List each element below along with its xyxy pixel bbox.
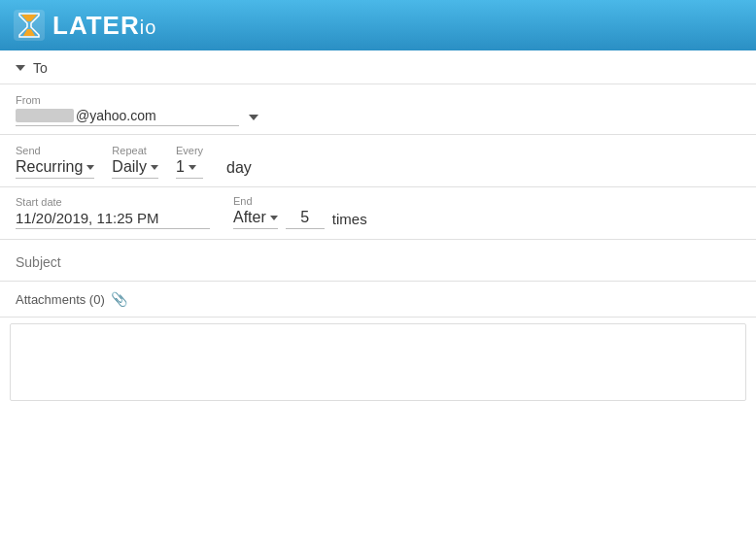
from-label: From	[16, 94, 740, 106]
to-section: To	[0, 50, 756, 84]
send-dropdown-icon	[86, 165, 94, 170]
end-number-value: 5	[300, 209, 309, 225]
send-label: Send	[16, 145, 94, 156]
end-number-box[interactable]: 5	[286, 209, 325, 229]
repeat-label: Repeat	[112, 145, 158, 156]
every-label: Every	[176, 145, 203, 156]
repeat-dropdown-icon	[151, 165, 158, 170]
end-select-value: After	[233, 209, 266, 226]
from-email-blurred	[16, 109, 74, 122]
from-email-suffix: @yahoo.com	[76, 108, 156, 123]
attachments-label: Attachments (0)	[16, 292, 105, 307]
send-value: Recurring	[16, 158, 83, 176]
dates-section: Start date 11/20/2019, 11:25 PM End Afte…	[0, 187, 756, 240]
times-label: times	[332, 211, 367, 229]
end-row: After 5 times	[233, 209, 367, 229]
start-date-field: Start date 11/20/2019, 11:25 PM	[16, 196, 210, 229]
logo-main: LATER	[52, 11, 140, 41]
every-dropdown-icon	[189, 165, 196, 170]
logo-sub: io	[140, 17, 157, 39]
every-value: 1	[176, 158, 185, 176]
repeat-field-group: Repeat Daily	[112, 145, 158, 179]
from-dropdown-arrow-icon[interactable]	[249, 115, 258, 120]
subject-section[interactable]	[0, 240, 756, 282]
from-section: From @yahoo.com	[0, 84, 756, 135]
end-label: End	[233, 195, 367, 207]
send-select-row[interactable]: Recurring	[16, 158, 94, 179]
from-row: @yahoo.com	[16, 108, 740, 126]
logo: LATERio	[14, 10, 156, 41]
app-header: LATERio	[0, 0, 756, 50]
end-select-box[interactable]: After	[233, 209, 278, 229]
email-body-area[interactable]	[10, 323, 746, 401]
paperclip-icon[interactable]: 📎	[111, 291, 127, 307]
recurring-row: Send Recurring Repeat Daily Every 1	[16, 145, 740, 179]
every-field-group: Every 1	[176, 145, 203, 179]
hourglass-icon	[14, 10, 45, 41]
repeat-value: Daily	[112, 158, 147, 176]
main-content: To From @yahoo.com Send Recurring	[0, 50, 756, 535]
subject-input[interactable]	[16, 254, 740, 270]
dates-row: Start date 11/20/2019, 11:25 PM End Afte…	[16, 195, 740, 229]
every-select-row[interactable]: 1	[176, 158, 203, 179]
attachments-section: Attachments (0) 📎	[0, 282, 756, 318]
repeat-select-row[interactable]: Daily	[112, 158, 158, 179]
svg-rect-0	[14, 10, 45, 41]
logo-text: LATERio	[52, 11, 156, 41]
send-field-group: Send Recurring	[16, 145, 94, 179]
end-field: End After 5 times	[233, 195, 367, 229]
from-email-box[interactable]: @yahoo.com	[16, 108, 239, 126]
to-chevron-icon[interactable]	[16, 65, 25, 71]
start-date-value[interactable]: 11/20/2019, 11:25 PM	[16, 210, 210, 229]
end-dropdown-icon	[270, 216, 278, 220]
to-label: To	[33, 60, 48, 76]
recurring-section: Send Recurring Repeat Daily Every 1	[0, 135, 756, 187]
start-date-label: Start date	[16, 196, 210, 208]
every-unit-label: day	[226, 159, 252, 179]
